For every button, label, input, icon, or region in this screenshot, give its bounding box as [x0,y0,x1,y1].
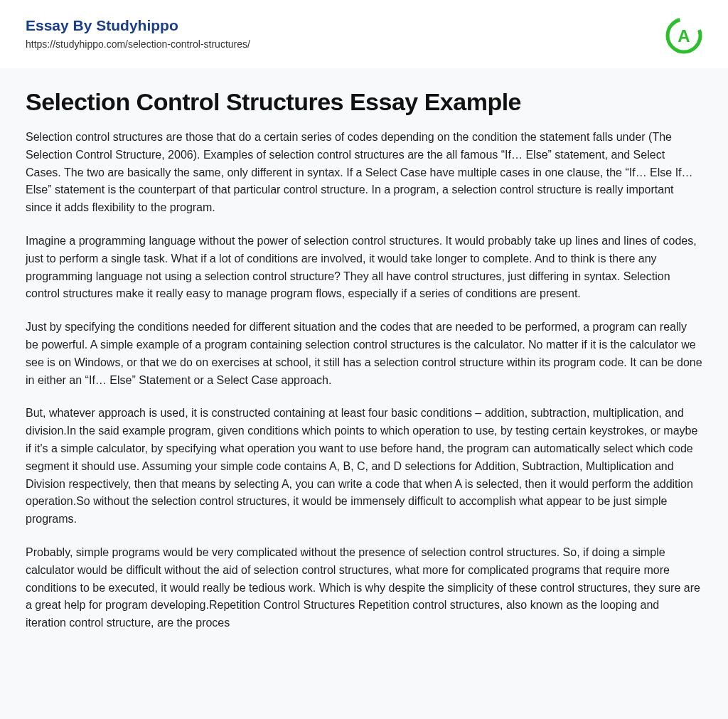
page-title: Selection Control Structures Essay Examp… [26,88,702,116]
logo: A [665,17,702,54]
paragraph-4: But, whatever approach is used, it is co… [26,405,702,528]
header-left: Essay By Studyhippo https://studyhippo.c… [26,17,250,50]
site-url[interactable]: https://studyhippo.com/selection-control… [26,38,250,50]
site-name: Essay By Studyhippo [26,17,250,34]
content: Selection Control Structures Essay Examp… [0,68,728,668]
paragraph-2: Imagine a programming language without t… [26,233,702,303]
paragraph-3: Just by specifying the conditions needed… [26,319,702,389]
paragraph-1: Selection control structures are those t… [26,129,702,217]
header: Essay By Studyhippo https://studyhippo.c… [0,0,728,68]
paragraph-5: Probably, simple programs would be very … [26,544,702,632]
logo-icon: A [665,17,702,54]
logo-letter: A [678,26,690,46]
